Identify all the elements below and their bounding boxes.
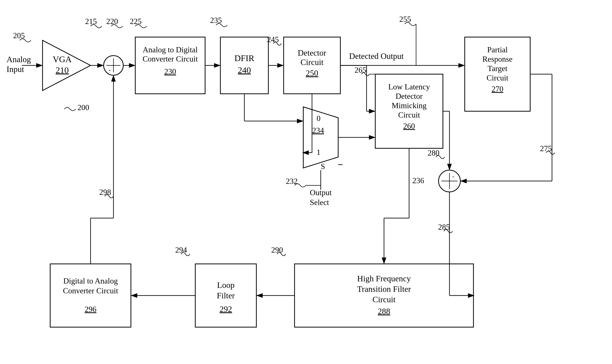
ref-280: 280 [428,149,439,157]
hftfc-line3: Circuit [373,295,396,304]
output-select-2: Select [310,198,329,207]
output-select-1: Output [310,188,332,197]
ref-294: 294 [175,246,187,254]
lldc-line1: Low Latency [388,82,430,91]
svg-text:-: - [452,173,454,180]
adc-ref: 230 [164,67,176,76]
ref-285: 285 [438,223,450,231]
prtc-line2: Response [482,55,513,64]
detector-line2: Circuit [300,58,324,67]
lldc-ref: 260 [403,122,415,130]
main-diagram: VGA 210 - Analog to Digital Converter Ci… [0,0,612,364]
lldc-line3: Mimicking [392,101,426,110]
mux-shape [303,107,338,168]
loop-filter-line2: Filter [217,291,235,300]
ref-200: 200 [78,103,89,112]
mux-ref: 234 [312,126,324,135]
lldc-line4: Circuit [398,111,420,119]
prtc-line4: Circuit [487,74,508,82]
dfir-ref: 240 [238,65,251,75]
analog-input-label2: Input [7,65,24,74]
dac-rect [50,264,131,327]
mux-1: 1 [317,148,320,156]
ref-265: 265 [355,66,366,74]
ref-220: 220 [106,17,118,26]
ref-245: 245 [267,35,279,44]
ref-215: 215 [85,17,97,26]
hftfc-ref: 288 [378,307,390,316]
ref-235: 235 [210,16,222,25]
ref-236: 236 [412,176,424,185]
detector-ref: 250 [306,68,318,78]
dac-ref: 296 [85,305,96,314]
vga-ref: 210 [56,65,69,75]
loop-filter-ref: 292 [220,304,232,314]
loop-filter-line1: Loop [217,280,235,290]
prtc-line3: Target [488,64,507,73]
dac-line1: Digital to Analog [63,276,118,285]
prtc-ref: 270 [492,85,503,93]
dfir-label: DFIR [234,53,254,63]
analog-input-label1: Analog [7,55,31,64]
dac-line2: Converter Circuit [63,286,118,295]
hftfc-line1: High Frequency [357,274,411,283]
ref-232: 232 [286,177,298,186]
detected-output-label: Detected Output [349,52,404,61]
adc-line1: Analog to Digital [143,45,198,54]
ref-275: 275 [540,144,552,153]
lldc-line2: Detector [396,92,423,101]
hftfc-line2: Transition Filter [357,284,411,294]
svg-text:-: - [109,66,111,73]
ref-298: 298 [99,188,111,196]
adc-line2: Converter Circuit [143,54,198,63]
vga-label: VGA [53,54,72,64]
ref-205: 205 [13,31,25,40]
prtc-line1: Partial [487,45,508,54]
ref-290: 290 [271,246,283,254]
detector-line1: Detector [298,48,326,57]
ref-225: 225 [130,17,142,26]
ref-255: 255 [399,15,411,24]
mux-0: 0 [317,114,320,123]
mux-s: S [321,162,325,171]
